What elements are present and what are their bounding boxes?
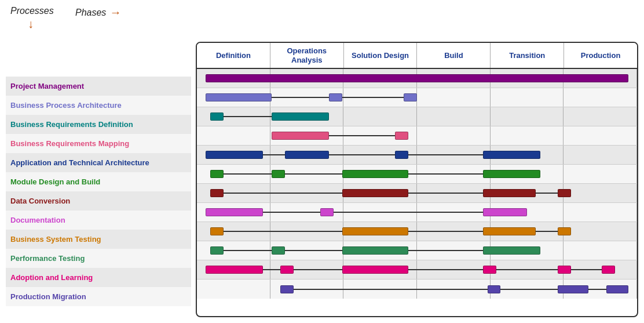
cell-bst-prod <box>564 222 637 241</box>
chart-row-bst <box>197 222 637 241</box>
bar-mdb-2 <box>272 170 285 178</box>
bar-bpa-2 <box>329 93 342 101</box>
bar-bst-1 <box>210 227 224 235</box>
connector-brm-1 <box>329 135 395 136</box>
bar-pt-1 <box>210 246 224 255</box>
bar-bst-4 <box>558 227 571 235</box>
process-item-business-requirements-definition: Business Requirements Definition <box>6 115 191 134</box>
cell-bpa-trans <box>491 88 564 107</box>
bar-pt-4 <box>483 246 540 255</box>
process-label-pt: Performance Testing <box>10 254 85 263</box>
right-arrow-icon: → <box>109 6 121 19</box>
chart-row-al <box>197 260 637 280</box>
bar-prodmig-4 <box>606 285 628 293</box>
connector-dc-2 <box>408 193 483 194</box>
process-item-business-requirements-mapping: Business Requirements Mapping <box>6 134 191 153</box>
connector-ata-2 <box>329 154 395 155</box>
bar-al-3 <box>342 266 408 274</box>
process-item-documentation: Documentation <box>6 211 191 230</box>
connector-pt-3 <box>408 250 483 251</box>
bar-bst-2 <box>342 227 408 235</box>
bar-al-6 <box>602 266 615 274</box>
connector-prodmig-2 <box>500 289 558 290</box>
connector-brd-1 <box>224 116 272 117</box>
bar-prodmig-1 <box>280 285 294 293</box>
phase-header-definition: Definition <box>197 43 270 68</box>
connector-al-3 <box>408 269 483 270</box>
cell-dc-prod <box>564 184 637 202</box>
phase-header-build: Build <box>417 43 491 68</box>
down-arrow-icon: ↓ <box>28 17 34 31</box>
processes-label: Processes <box>10 6 54 16</box>
connector-doc-2 <box>334 212 483 213</box>
bar-dc-4 <box>558 189 571 197</box>
cell-pm-def <box>197 280 270 299</box>
connector-mdb-3 <box>408 173 483 175</box>
chart-rows <box>197 69 637 316</box>
connector-al-4 <box>496 269 558 270</box>
phases-area: Phases → <box>75 6 121 19</box>
process-item-project-management: Project Management <box>6 77 191 96</box>
process-label-doc: Documentation <box>10 216 65 224</box>
chart-area: Definition Operations Analysis Solution … <box>196 42 638 317</box>
connector-prodmig-1 <box>294 289 487 290</box>
bar-ata-2 <box>285 151 329 159</box>
cell-bpa-prod <box>564 88 637 107</box>
process-item-data-conversion: Data Conversion <box>6 191 191 211</box>
bar-brd-2 <box>272 112 329 121</box>
process-label-mdb: Module Design and Build <box>10 177 100 186</box>
bar-brm-2 <box>395 132 408 140</box>
bar-doc-2 <box>320 208 334 216</box>
chart-row-mdb <box>197 165 637 184</box>
connector-bpa-2 <box>342 97 404 98</box>
process-item-application-technical-architecture: Application and Technical Architecture <box>6 153 191 172</box>
bar-al-2 <box>280 266 294 274</box>
connector-bst-3 <box>536 231 558 232</box>
cell-mdb-prod <box>564 165 637 183</box>
bar-prodmig-3 <box>558 285 588 293</box>
main-content: Project Management Business Process Arch… <box>6 42 638 317</box>
connector-pt-1 <box>224 250 272 251</box>
process-item-business-process-architecture: Business Process Architecture <box>6 96 191 115</box>
top-section: Processes ↓ Phases → <box>6 6 638 41</box>
bar-brm-1 <box>272 132 329 140</box>
chart-row-prodmig <box>197 280 637 299</box>
chart-row-pt <box>197 241 637 260</box>
bar-ata-3 <box>395 151 408 159</box>
connector-ata-3 <box>408 154 483 155</box>
chart-row-bpa <box>197 88 637 107</box>
connector-prodmig-3 <box>588 289 606 290</box>
bar-bst-3 <box>483 227 536 235</box>
connector-bst-2 <box>408 231 483 232</box>
connector-pt-2 <box>285 250 342 251</box>
bar-pt-2 <box>272 246 285 255</box>
process-item-adoption-learning: Adoption and Learning <box>6 268 191 287</box>
process-label-ata: Application and Technical Architecture <box>10 158 149 167</box>
bar-dc-1 <box>210 189 224 197</box>
connector-al-5 <box>571 269 602 270</box>
bar-ata-4 <box>483 151 540 159</box>
connector-mdb-1 <box>224 173 272 175</box>
labels-top-area: Processes ↓ Phases → <box>6 6 191 41</box>
connector-dc-3 <box>536 193 558 194</box>
process-label-brm: Business Requirements Mapping <box>10 139 129 148</box>
connector-al-1 <box>263 269 280 270</box>
bar-dc-3 <box>483 189 536 197</box>
cell-pt-prod <box>564 241 637 260</box>
cell-doc-prod <box>564 203 637 222</box>
bar-mdb-4 <box>483 170 540 178</box>
cell-brd-prod <box>564 107 637 126</box>
bar-mdb-1 <box>210 170 224 178</box>
bar-pt-3 <box>342 246 408 255</box>
phase-header-solution-design: Solution Design <box>344 43 418 68</box>
cell-brm-def <box>197 126 270 145</box>
bar-al-5 <box>558 266 571 274</box>
cell-ata-prod <box>564 146 637 164</box>
phases-label: Phases <box>75 8 106 18</box>
process-list: Project Management Business Process Arch… <box>6 42 191 317</box>
connector-mdb-2 <box>285 173 342 175</box>
process-item-performance-testing: Performance Testing <box>6 249 191 268</box>
cell-bpa-build <box>417 88 491 107</box>
chart-row-brd <box>197 107 637 126</box>
connector-ata-1 <box>263 154 285 155</box>
